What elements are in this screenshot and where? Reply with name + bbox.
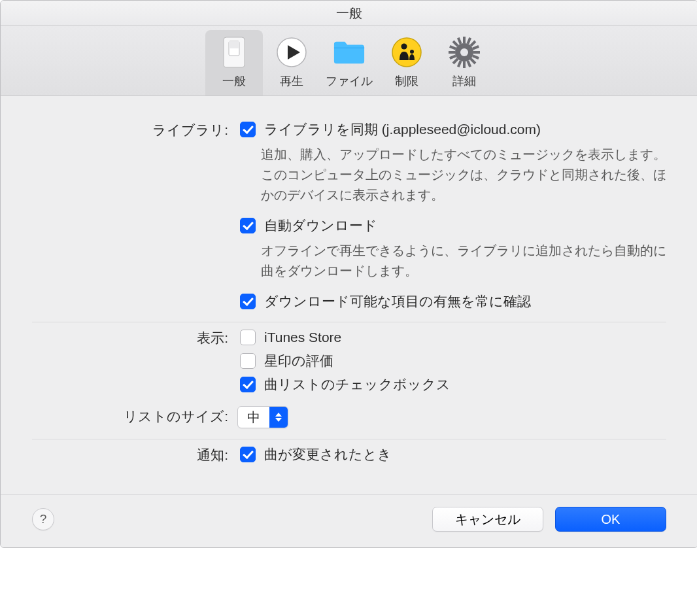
section-notifications: 通知: 曲が変更されたとき (32, 439, 666, 479)
svg-rect-2 (229, 41, 239, 48)
help-button[interactable]: ? (32, 508, 54, 530)
switch-icon (217, 35, 251, 69)
svg-rect-9 (463, 37, 466, 43)
list-size-select[interactable]: 中 (237, 406, 288, 428)
tab-label: 詳細 (452, 73, 476, 89)
svg-rect-10 (463, 61, 466, 68)
song-changes-label: 曲が変更されたとき (264, 445, 392, 464)
display-label: 表示: (32, 328, 228, 347)
svg-rect-14 (452, 58, 459, 64)
svg-rect-24 (467, 60, 472, 67)
svg-rect-11 (449, 51, 455, 54)
tab-advanced[interactable]: 詳細 (435, 30, 493, 95)
svg-rect-21 (472, 45, 479, 50)
list-size-label: リストのサイズ: (32, 406, 228, 426)
song-changes-checkbox[interactable] (240, 447, 256, 462)
star-rating-label: 星印の評価 (264, 352, 333, 370)
svg-rect-19 (449, 45, 456, 50)
auto-download-description: オフラインで再生できるように、ライブラリに追加されたら自動的に曲をダウンロードし… (261, 241, 666, 281)
tab-label: 制限 (395, 73, 418, 89)
svg-rect-17 (467, 37, 472, 44)
folder-icon (332, 35, 366, 69)
tab-label: ファイル (326, 73, 373, 89)
sync-library-description: 追加、購入、アップロードしたすべてのミュージックを表示します。このコンピュータ上… (261, 145, 666, 205)
always-check-downloads-label: ダウンロード可能な項目の有無を常に確認 (264, 292, 531, 311)
itunes-store-checkbox[interactable] (240, 330, 256, 345)
notifications-label: 通知: (32, 445, 228, 464)
title-text: 一般 (336, 5, 363, 22)
tab-label: 再生 (280, 73, 303, 89)
tab-restrictions[interactable]: 制限 (378, 30, 435, 95)
svg-rect-16 (469, 58, 476, 64)
star-rating-checkbox[interactable] (240, 353, 256, 369)
song-list-checkboxes-checkbox[interactable] (240, 377, 256, 392)
svg-marker-27 (275, 418, 282, 422)
play-icon (275, 35, 309, 69)
svg-rect-18 (457, 60, 462, 67)
gear-icon (447, 35, 481, 69)
tab-playback[interactable]: 再生 (263, 30, 320, 95)
tab-general[interactable]: 一般 (205, 30, 263, 95)
ok-button[interactable]: OK (555, 507, 666, 532)
preferences-toolbar: 一般 再生 ファイル (1, 26, 697, 96)
preferences-content: ライブラリ: ライブラリを同期 (j.appleseed@icloud.com)… (1, 96, 697, 494)
preferences-window: 一般 一般 再生 (0, 0, 697, 548)
window-title: 一般 (1, 1, 697, 26)
svg-rect-20 (472, 55, 479, 60)
auto-download-label: 自動ダウンロード (264, 216, 377, 235)
footer: ? キャンセル OK (1, 494, 697, 547)
svg-point-6 (401, 44, 407, 50)
svg-point-25 (460, 48, 468, 56)
always-check-downloads-checkbox[interactable] (240, 294, 256, 309)
svg-rect-15 (452, 41, 459, 47)
svg-rect-22 (449, 55, 456, 60)
cancel-button[interactable]: キャンセル (432, 507, 543, 532)
sync-library-checkbox[interactable] (240, 122, 256, 137)
song-list-checkboxes-label: 曲リストのチェックボックス (264, 375, 450, 394)
svg-rect-12 (473, 51, 480, 54)
library-label: ライブラリ: (32, 120, 228, 139)
svg-rect-23 (457, 37, 462, 44)
svg-rect-13 (469, 41, 476, 47)
tab-label: 一般 (222, 73, 246, 89)
section-display: 表示: iTunes Store 星印の評価 曲リストのチェックボックス (32, 322, 666, 439)
section-library: ライブラリ: ライブラリを同期 (j.appleseed@icloud.com)… (32, 114, 666, 322)
svg-point-5 (392, 38, 421, 67)
auto-download-checkbox[interactable] (240, 218, 256, 233)
svg-marker-26 (275, 413, 282, 417)
svg-point-7 (410, 50, 414, 54)
parental-icon (390, 35, 424, 69)
itunes-store-label: iTunes Store (264, 330, 341, 345)
tab-files[interactable]: ファイル (320, 30, 378, 95)
select-arrows-icon (269, 407, 288, 428)
list-size-value: 中 (238, 409, 269, 426)
sync-library-label: ライブラリを同期 (j.appleseed@icloud.com) (264, 120, 541, 139)
